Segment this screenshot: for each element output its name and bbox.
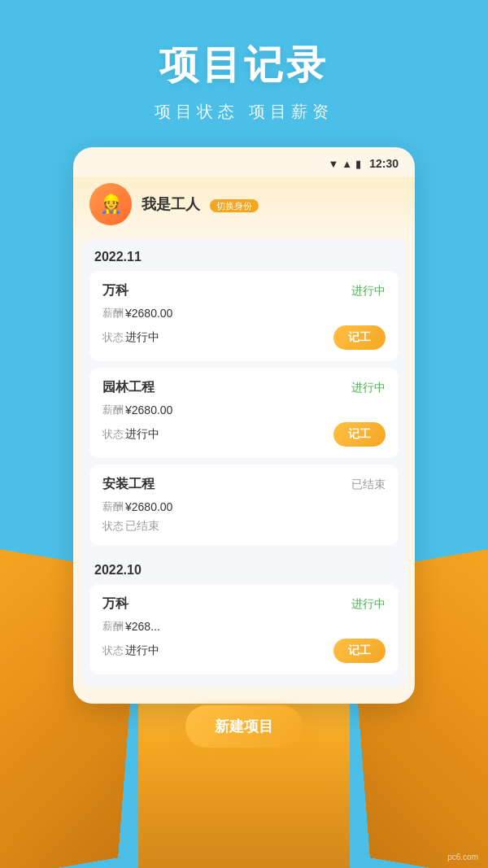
project-card-wanke-2: 万科 进行中 薪酬 ¥268... 状态 进行中 记工: [89, 584, 399, 674]
project-header: 安装工程 已结束: [102, 476, 386, 493]
salary-row: 薪酬 ¥2680.00: [102, 306, 386, 321]
project-status: 进行中: [351, 284, 386, 299]
project-name: 万科: [102, 282, 129, 299]
project-footer: 状态 进行中 记工: [102, 325, 386, 350]
status-row: 状态 已结束: [102, 519, 159, 534]
main-title: 项目记录: [0, 39, 488, 91]
project-status: 进行中: [351, 381, 386, 395]
status-icons: ▼ ▲ ▮: [328, 158, 361, 170]
salary-label: 薪酬: [102, 499, 125, 514]
watermark: pc6.com: [447, 853, 478, 861]
salary-row: 薪酬 ¥268...: [102, 619, 386, 634]
state-value-ended: 已结束: [125, 519, 159, 534]
project-status: 已结束: [351, 478, 386, 492]
salary-row: 薪酬 ¥2680.00: [102, 403, 386, 417]
state-label: 状态: [102, 427, 125, 442]
avatar-emoji: 👷: [100, 194, 122, 215]
salary-value: ¥2680.00: [125, 500, 172, 513]
date-label-2022-11: 2022.11: [81, 238, 407, 271]
salary-label: 薪酬: [102, 403, 125, 417]
status-row: 状态 进行中: [102, 330, 159, 345]
user-info: 我是工人 切换身份: [142, 194, 259, 214]
new-project-button[interactable]: 新建项目: [185, 705, 303, 748]
status-row: 状态 进行中: [102, 427, 159, 442]
project-footer: 状态 已结束: [102, 519, 386, 534]
project-card-yuanlin: 园林工程 进行中 薪酬 ¥2680.00 状态 进行中 记工: [89, 368, 399, 458]
state-label: 状态: [102, 330, 125, 345]
state-label: 状态: [102, 519, 125, 534]
project-card-wanke-1: 万科 进行中 薪酬 ¥2680.00 状态 进行中 记工: [89, 271, 399, 361]
switch-identity-badge[interactable]: 切换身份: [210, 199, 259, 212]
state-value: 进行中: [125, 643, 159, 658]
header-section: 项目记录 项目状态 项目薪资: [0, 0, 488, 123]
battery-icon: ▮: [355, 158, 361, 170]
salary-value: ¥268...: [125, 620, 160, 633]
project-footer: 状态 进行中 记工: [102, 639, 386, 663]
project-name: 园林工程: [102, 379, 155, 396]
status-bar: ▼ ▲ ▮ 12:30: [73, 147, 415, 177]
user-name: 我是工人: [142, 196, 200, 212]
salary-row: 薪酬 ¥2680.00: [102, 499, 386, 514]
avatar: 👷: [89, 183, 132, 225]
salary-label: 薪酬: [102, 619, 125, 634]
wifi-icon: ▼: [328, 158, 338, 170]
record-btn-4[interactable]: 记工: [333, 639, 386, 663]
project-footer: 状态 进行中 记工: [102, 422, 386, 447]
salary-value: ¥2680.00: [125, 403, 172, 417]
sub-title: 项目状态 项目薪资: [0, 101, 488, 123]
record-btn-2[interactable]: 记工: [333, 422, 386, 447]
project-status: 进行中: [351, 597, 386, 612]
time-display: 12:30: [369, 157, 399, 170]
salary-label: 薪酬: [102, 306, 125, 321]
project-header: 万科 进行中: [102, 595, 386, 613]
date-label-2022-10: 2022.10: [81, 552, 407, 584]
state-label: 状态: [102, 643, 125, 658]
project-name: 安装工程: [102, 476, 155, 493]
project-header: 园林工程 进行中: [102, 379, 386, 396]
project-card-anzhuang: 安装工程 已结束 薪酬 ¥2680.00 状态 已结束: [89, 465, 399, 545]
card-body: 2022.11 万科 进行中 薪酬 ¥2680.00 状态 进行中 记工: [81, 238, 407, 687]
signal-icon: ▲: [342, 158, 352, 170]
project-name: 万科: [102, 595, 129, 613]
record-btn-1[interactable]: 记工: [333, 325, 386, 350]
project-header: 万科 进行中: [102, 282, 386, 299]
state-value: 进行中: [125, 330, 159, 345]
user-header: 👷 我是工人 切换身份: [73, 177, 415, 238]
phone-card: ▼ ▲ ▮ 12:30 👷 我是工人 切换身份 2022.11 万科 进行中 薪…: [73, 147, 415, 704]
state-value: 进行中: [125, 427, 159, 442]
status-row: 状态 进行中: [102, 643, 159, 658]
salary-value: ¥2680.00: [125, 307, 172, 320]
